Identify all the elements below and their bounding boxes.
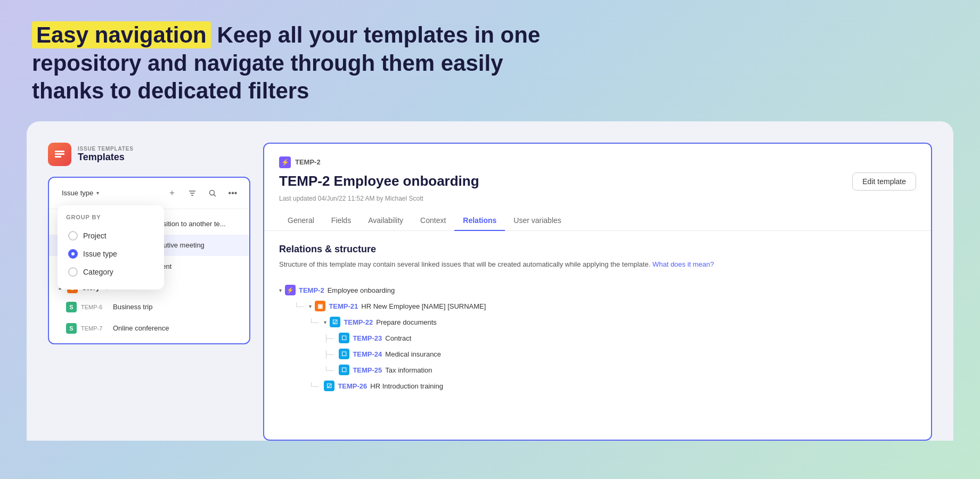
item-id: TEMP-6 — [81, 304, 109, 310]
tree-row: └─ ▾ ☑ TEMP-22 Prepare documents — [279, 314, 916, 330]
temp-id-text: TEMP-2 — [295, 158, 321, 166]
toolbar: Issue type ▾ ＋ ••• — [49, 178, 249, 209]
relations-desc-text: Structure of this template may contain s… — [279, 260, 650, 268]
detail-title-row: TEMP-2 Employee onboarding Edit template — [279, 172, 916, 191]
tree-item-badge: ▣ — [315, 301, 325, 311]
svg-rect-1 — [55, 153, 64, 155]
tree-item-badge: ☑ — [330, 317, 340, 327]
edit-template-button[interactable]: Edit template — [852, 172, 916, 191]
app-title: Templates — [78, 152, 134, 163]
tree-item-badge: ☑ — [324, 381, 334, 391]
header-text: Easy navigation Keep all your templates … — [32, 21, 565, 105]
group-by-dropdown: GROUP BY Project Issue type Category — [58, 205, 164, 290]
tree-item-id: TEMP-25 — [353, 366, 382, 374]
relations-desc: Structure of this template may contain s… — [279, 259, 916, 270]
detail-tabs: General Fields Availability Context Rela… — [279, 211, 916, 230]
tree-item-id: TEMP-24 — [353, 350, 382, 358]
tree-container: ▾ ⚡ TEMP-2 Employee onboarding └─ ▾ ▣ TE… — [279, 282, 916, 394]
detail-title: TEMP-2 Employee onboarding — [279, 173, 479, 189]
tree-line-icon: └─ — [324, 366, 333, 374]
tab-availability[interactable]: Availability — [360, 211, 412, 231]
tree-row: ├─ ☐ TEMP-23 Contract — [279, 330, 916, 346]
tree-row: ▾ ⚡ TEMP-2 Employee onboarding — [279, 282, 916, 298]
tree-item-name: Contract — [385, 334, 411, 342]
app-icon — [48, 143, 71, 166]
tree-item-id: TEMP-21 — [329, 302, 358, 310]
item-type-badge: S — [66, 323, 77, 334]
search-icon[interactable] — [205, 185, 220, 201]
tree-item-badge: ☐ — [339, 365, 349, 375]
tab-relations[interactable]: Relations — [454, 211, 505, 231]
tree-item-badge: ☐ — [339, 333, 349, 343]
tab-user-variables[interactable]: User variables — [505, 211, 569, 231]
right-panel: ⚡ TEMP-2 TEMP-2 Employee onboarding Edit… — [263, 143, 932, 441]
tree-line-icon: └─ — [294, 302, 304, 310]
issue-type-filter-button[interactable]: Issue type ▾ — [58, 187, 103, 199]
app-container: ISSUE TEMPLATES Templates Issue type ▾ ＋ — [27, 121, 953, 441]
list-item[interactable]: S TEMP-7 Online conference — [49, 318, 249, 339]
more-options-icon[interactable]: ••• — [225, 185, 241, 201]
group-by-issue-type-label: Issue type — [83, 250, 117, 258]
group-by-category-label: Category — [83, 268, 113, 276]
header-section: Easy navigation Keep all your templates … — [0, 0, 980, 121]
app-header: ISSUE TEMPLATES Templates — [48, 143, 250, 166]
detail-meta: Last updated 04/Jun/22 11:52 AM by Micha… — [279, 195, 916, 202]
svg-rect-0 — [55, 151, 64, 152]
tree-item-id: TEMP-2 — [299, 286, 324, 294]
item-id: TEMP-7 — [81, 325, 109, 332]
tree-row: └─ ☑ TEMP-26 HR Introduction training — [279, 378, 916, 394]
tree-item-id: TEMP-23 — [353, 334, 382, 342]
what-does-it-mean-link[interactable]: What does it mean? — [652, 260, 714, 268]
detail-header: ⚡ TEMP-2 TEMP-2 Employee onboarding Edit… — [264, 144, 931, 231]
app-subtitle: ISSUE TEMPLATES — [78, 146, 134, 152]
item-name: Online conference — [113, 324, 169, 332]
filter-icon[interactable] — [184, 185, 200, 201]
tree-item-id: TEMP-22 — [344, 318, 373, 326]
group-by-issue-type-radio[interactable] — [68, 249, 78, 259]
group-by-project-label: Project — [83, 232, 107, 240]
tab-fields[interactable]: Fields — [323, 211, 360, 231]
list-item[interactable]: S TEMP-6 Business trip — [49, 296, 249, 318]
tree-chevron-icon: ▾ — [279, 287, 282, 293]
tree-item-name: Tax information — [385, 366, 432, 374]
group-by-label: GROUP BY — [66, 214, 156, 220]
detail-temp-id-row: ⚡ TEMP-2 — [279, 156, 916, 168]
tree-line-icon: └─ — [309, 318, 318, 326]
group-by-issue-type-item[interactable]: Issue type — [66, 245, 156, 263]
template-list-card: Issue type ▾ ＋ ••• — [48, 177, 250, 344]
item-name: Business trip — [113, 303, 152, 311]
chevron-down-icon: ▾ — [96, 190, 99, 196]
tree-item-name: Prepare documents — [376, 318, 436, 326]
tree-chevron-icon: ▾ — [309, 303, 312, 309]
app-title-group: ISSUE TEMPLATES Templates — [78, 146, 134, 163]
header-highlight: Easy navigation — [32, 21, 211, 48]
tab-general[interactable]: General — [279, 211, 323, 231]
group-by-category-item[interactable]: Category — [66, 263, 156, 281]
group-by-project-radio[interactable] — [68, 231, 78, 241]
tree-line-icon: └─ — [309, 382, 318, 390]
tree-item-name: HR Introduction training — [370, 382, 443, 390]
tree-line-icon: ├─ — [324, 334, 333, 342]
detail-content: Relations & structure Structure of this … — [264, 231, 931, 407]
svg-rect-2 — [55, 156, 61, 158]
lightning-icon: ⚡ — [279, 156, 291, 168]
svg-point-3 — [210, 190, 215, 195]
tree-line-icon: ├─ — [324, 350, 333, 358]
tree-row: ├─ ☐ TEMP-24 Medical insurance — [279, 346, 916, 362]
group-by-project-item[interactable]: Project — [66, 227, 156, 245]
issue-type-label: Issue type — [62, 189, 93, 197]
tree-chevron-icon: ▾ — [324, 319, 326, 325]
add-button[interactable]: ＋ — [164, 185, 180, 201]
group-by-category-radio[interactable] — [68, 267, 78, 277]
tab-context[interactable]: Context — [412, 211, 454, 231]
tree-row: └─ ▾ ▣ TEMP-21 HR New Employee [NAME] [S… — [279, 298, 916, 314]
relations-title: Relations & structure — [279, 244, 916, 255]
tree-item-badge: ⚡ — [285, 285, 296, 295]
tree-item-name: Medical insurance — [385, 350, 441, 358]
tree-item-name: Employee onboarding — [328, 286, 395, 294]
tree-item-id: TEMP-26 — [338, 382, 367, 390]
tree-row: └─ ☐ TEMP-25 Tax information — [279, 362, 916, 378]
item-type-badge: S — [66, 302, 77, 312]
tree-item-badge: ☐ — [339, 349, 349, 359]
tree-item-name: HR New Employee [NAME] [SURNAME] — [361, 302, 486, 310]
